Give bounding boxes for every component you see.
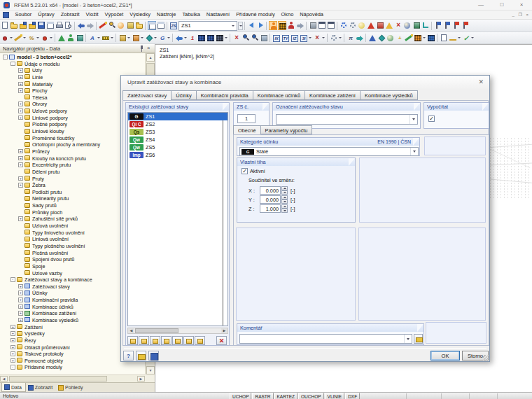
expand-icon[interactable]: + bbox=[18, 156, 23, 161]
view-ix-icon[interactable]: IX bbox=[272, 34, 281, 43]
menu-pravy[interactable]: Úpravy bbox=[35, 10, 57, 19]
table-1-icon[interactable] bbox=[197, 34, 206, 43]
calc-1-icon[interactable] bbox=[358, 21, 366, 30]
warn-icon[interactable] bbox=[367, 21, 375, 30]
menu-pdavnmoduly[interactable]: Přídavné moduly bbox=[233, 10, 278, 19]
check-ok-icon[interactable]: ✓ bbox=[462, 34, 470, 43]
movie-icon[interactable] bbox=[309, 21, 317, 30]
print-preview-icon[interactable] bbox=[64, 21, 73, 30]
dialog-tab-2[interactable]: Kombinační pravidla bbox=[197, 90, 253, 100]
maximize-button[interactable]: □ bbox=[493, 0, 511, 10]
expand-icon[interactable]: + bbox=[10, 331, 15, 336]
frame-a-icon[interactable]: A bbox=[88, 34, 97, 43]
export-icon[interactable] bbox=[135, 21, 144, 30]
solid-icon[interactable] bbox=[145, 34, 153, 43]
camera-icon[interactable] bbox=[318, 21, 326, 30]
tool-1-icon[interactable] bbox=[368, 34, 377, 43]
member-icon[interactable] bbox=[41, 34, 49, 43]
help-button[interactable]: ? bbox=[123, 351, 134, 360]
action-category-combobox[interactable]: G Stálé bbox=[239, 147, 419, 156]
menu-vpoet[interactable]: Výpočet bbox=[102, 10, 127, 19]
save-icon[interactable] bbox=[37, 21, 46, 30]
dialog-tab-5[interactable]: Kombinace výsledků bbox=[360, 90, 418, 100]
scroll-left-button[interactable]: ◀ bbox=[0, 376, 8, 382]
designation-combobox[interactable] bbox=[276, 114, 418, 125]
results-icon[interactable] bbox=[403, 21, 412, 30]
mute-button[interactable] bbox=[172, 336, 183, 345]
print-icon[interactable] bbox=[55, 21, 64, 30]
flag-4-icon[interactable] bbox=[461, 21, 470, 30]
tool-7-icon[interactable] bbox=[427, 34, 435, 43]
expand-icon[interactable]: + bbox=[10, 351, 15, 356]
view-3d-icon[interactable]: 3I bbox=[300, 34, 308, 43]
expand-icon[interactable]: + bbox=[18, 183, 23, 188]
expand-icon[interactable]: + bbox=[18, 115, 23, 120]
calc-all-icon[interactable] bbox=[349, 21, 357, 30]
node-icon[interactable] bbox=[1, 34, 9, 43]
mute-all-button[interactable] bbox=[183, 336, 194, 345]
load-case-number-field[interactable]: 1 bbox=[237, 114, 255, 123]
spinner[interactable] bbox=[281, 195, 288, 204]
tool-6-icon[interactable] bbox=[414, 34, 422, 43]
new-icon[interactable] bbox=[1, 21, 9, 30]
dialog-tab-3[interactable]: Kombinace účinků bbox=[253, 90, 305, 100]
spinner[interactable] bbox=[281, 204, 288, 213]
expand-icon[interactable]: + bbox=[18, 216, 23, 221]
collapse-icon[interactable]: - bbox=[10, 277, 15, 282]
tool-3-icon[interactable] bbox=[386, 34, 395, 43]
prev-icon[interactable] bbox=[247, 21, 255, 30]
status-toggle-ouchop[interactable]: OUCHOP bbox=[298, 393, 324, 399]
status-toggle-kartez[interactable]: KARTEZ bbox=[274, 393, 298, 399]
mdi-icon[interactable] bbox=[3, 12, 9, 18]
expand-icon[interactable]: + bbox=[18, 102, 23, 106]
dialog-tab-1[interactable]: Účinky bbox=[172, 90, 197, 100]
load-case-row[interactable]: ImpZS6 bbox=[128, 151, 227, 159]
menu-tabulka[interactable]: Tabulka bbox=[179, 10, 203, 19]
loads-surface-icon[interactable] bbox=[287, 21, 295, 30]
hscroll-thumb[interactable] bbox=[9, 376, 107, 382]
load-case-row[interactable]: GZS1 bbox=[128, 113, 227, 120]
zoom-win-icon[interactable] bbox=[251, 34, 259, 43]
expand-icon[interactable]: + bbox=[18, 108, 23, 113]
navigator-tab-pohledy[interactable]: Pohledy bbox=[56, 383, 86, 392]
flag-1-icon[interactable] bbox=[434, 21, 442, 30]
expand-icon[interactable]: + bbox=[18, 304, 23, 309]
spin-down-icon[interactable] bbox=[281, 209, 288, 213]
collapse-icon[interactable]: - bbox=[10, 365, 15, 370]
comment-combobox[interactable] bbox=[239, 334, 412, 344]
table-show-icon[interactable] bbox=[148, 21, 156, 30]
lamp-icon[interactable] bbox=[126, 21, 134, 30]
expand-icon[interactable]: + bbox=[18, 318, 23, 323]
sheet-icon[interactable] bbox=[440, 34, 448, 43]
expand-icon[interactable]: + bbox=[18, 88, 23, 93]
view-ty-icon[interactable]: TY bbox=[281, 34, 290, 43]
tree-item[interactable]: -Údaje o modelu bbox=[0, 60, 145, 67]
table-3-icon[interactable] bbox=[216, 34, 224, 43]
close-button[interactable]: × bbox=[512, 0, 531, 10]
open-project-icon[interactable] bbox=[28, 21, 36, 30]
rotate-icon[interactable] bbox=[175, 34, 183, 43]
flag-2-icon[interactable] bbox=[443, 21, 451, 30]
expand-icon[interactable]: + bbox=[18, 311, 23, 316]
open-model-icon[interactable] bbox=[19, 21, 27, 30]
load-case-row[interactable]: QwZS4 bbox=[128, 136, 227, 144]
dialog-close-icon[interactable]: ✕ bbox=[478, 78, 484, 85]
menu-nstroje[interactable]: Nástroje bbox=[153, 10, 179, 19]
comment-browse-button[interactable] bbox=[414, 334, 423, 344]
collapse-icon[interactable]: - bbox=[3, 55, 8, 59]
opening-icon[interactable] bbox=[132, 34, 140, 43]
menu-nastaven[interactable]: Nastavení bbox=[203, 10, 232, 19]
table-2-icon[interactable] bbox=[206, 34, 215, 43]
tree-item[interactable]: +Uzly bbox=[0, 66, 145, 74]
render-icon[interactable] bbox=[117, 21, 125, 30]
spin-down-icon[interactable] bbox=[281, 190, 288, 195]
sum-icon[interactable] bbox=[385, 21, 393, 30]
table-layout-icon[interactable] bbox=[157, 21, 165, 30]
menu-soubor[interactable]: Soubor bbox=[12, 10, 35, 19]
load-case-combobox[interactable]: ZS1 bbox=[178, 21, 237, 31]
panel-icon[interactable] bbox=[327, 21, 335, 30]
expand-icon[interactable]: + bbox=[18, 176, 23, 181]
measure-icon[interactable] bbox=[102, 34, 110, 43]
list-horizontal-scrollbar[interactable]: ◀ ▶ bbox=[127, 328, 228, 334]
chevron-down-icon[interactable] bbox=[410, 115, 417, 124]
